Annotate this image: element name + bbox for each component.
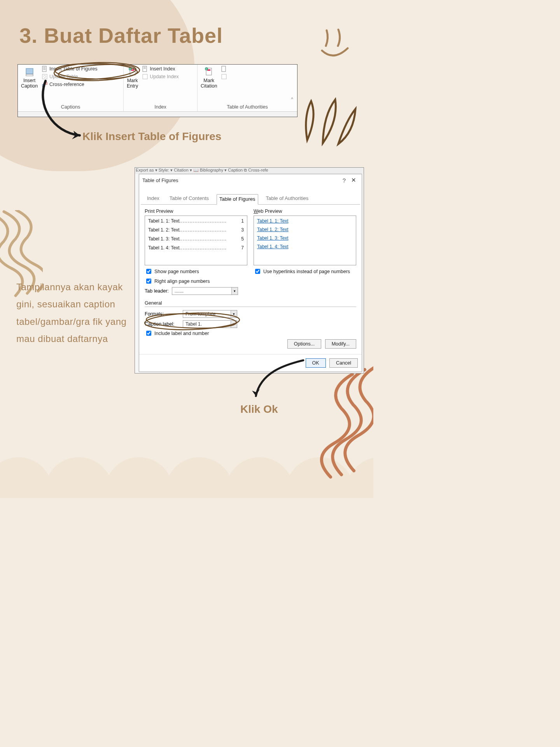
modify-button[interactable]: Modify... <box>325 339 356 349</box>
general-heading: General <box>145 300 356 307</box>
document-icon <box>221 74 227 80</box>
instruction-text: Klik Ok <box>240 403 278 416</box>
show-page-numbers-checkbox[interactable]: Show page numbers <box>145 268 247 275</box>
insert-toa-button[interactable] <box>220 65 228 72</box>
word-ribbon: Insert Caption Insert Table of Figures U… <box>18 64 298 117</box>
cross-reference-button[interactable]: Cross-reference <box>41 81 98 88</box>
use-hyperlinks-checkbox[interactable]: Use hyperlinks instead of page numbers <box>254 268 356 275</box>
group-label: Table of Authorities <box>200 103 295 111</box>
svg-rect-1 <box>26 74 33 76</box>
web-preview-link: Tabel 1. 3: Text <box>257 235 353 241</box>
ok-button[interactable]: OK <box>306 358 326 368</box>
formats-label: Formats: <box>145 311 180 317</box>
help-icon[interactable]: ? <box>340 177 349 184</box>
caption-label-combo[interactable]: Tabel 1.▾ <box>183 320 237 328</box>
mark-entry-button[interactable]: + Mark Entry <box>126 65 139 90</box>
svg-rect-2 <box>42 66 46 72</box>
web-preview-link: Tabel 1. 1: Text <box>257 218 353 224</box>
svg-rect-6 <box>42 74 47 79</box>
options-button[interactable]: Options... <box>287 339 322 349</box>
insert-table-of-figures-button[interactable]: Insert Table of Figures <box>41 65 98 72</box>
tab-toa[interactable]: Table of Authorities <box>264 194 311 204</box>
svg-rect-8 <box>42 84 45 87</box>
refresh-icon <box>42 74 48 80</box>
close-icon[interactable]: ✕ <box>349 177 359 184</box>
insert-index-button[interactable]: Insert Index <box>141 65 179 72</box>
document-icon <box>221 66 227 72</box>
cross-ref-icon <box>42 81 48 88</box>
print-preview-box: Tabel 1. 1: Text .......................… <box>145 216 247 265</box>
web-preview-link: Tabel 1. 4: Text <box>257 244 353 249</box>
refresh-icon <box>142 74 148 80</box>
caption-label-label: Caption label: <box>145 321 180 327</box>
chevron-down-icon[interactable]: ▾ <box>231 310 237 317</box>
web-preview-link: Tabel 1. 2: Text <box>257 227 353 232</box>
formats-combo[interactable]: From template▾ <box>183 310 237 318</box>
insert-caption-button[interactable]: Insert Caption <box>20 65 38 90</box>
update-table-button[interactable]: Update Table <box>41 73 98 80</box>
web-preview-heading: Web Preview <box>254 209 356 214</box>
cancel-button[interactable]: Cancel <box>329 358 358 368</box>
svg-rect-22 <box>222 74 226 79</box>
group-label: Captions <box>20 103 121 111</box>
right-align-checkbox[interactable]: Right align page numbers <box>145 277 247 285</box>
document-icon <box>42 66 48 72</box>
squiggle-icon <box>319 366 373 482</box>
smiley-icon <box>319 27 354 62</box>
leaves-icon <box>299 97 358 148</box>
mark-citation-button[interactable]: + Mark Citation <box>200 65 218 90</box>
svg-rect-7 <box>45 82 47 84</box>
update-index-button[interactable]: Update Index <box>141 73 179 80</box>
tab-toc[interactable]: Table of Contents <box>167 194 211 204</box>
page-title: 3. Buat Daftar Tabel <box>19 23 223 47</box>
update-toa-button[interactable] <box>220 73 228 80</box>
chevron-down-icon[interactable]: ▾ <box>231 288 238 295</box>
table-of-figures-dialog: Table of Figures ? ✕ Index Table of Cont… <box>139 174 362 372</box>
document-icon <box>142 66 148 72</box>
scallop-decor <box>0 428 373 498</box>
web-preview-box: Tabel 1. 1: Text Tabel 1. 2: Text Tabel … <box>254 216 356 265</box>
svg-rect-21 <box>222 66 226 72</box>
dialog-title: Table of Figures <box>142 177 340 183</box>
svg-text:+: + <box>206 68 207 70</box>
body-text: Tampilannya akan kayak gini, sesuaikan c… <box>16 279 133 348</box>
svg-rect-16 <box>143 74 147 79</box>
collapse-ribbon-icon[interactable]: ^ <box>289 95 295 103</box>
include-label-number-checkbox[interactable]: Include label and number <box>145 330 356 337</box>
instruction-text: Klik Insert Table of Figures <box>82 130 221 143</box>
svg-text:+: + <box>129 68 131 70</box>
tab-tof[interactable]: Table of Figures <box>217 194 258 205</box>
svg-rect-13 <box>143 66 147 72</box>
tab-leader-combo[interactable]: .......▾ <box>172 287 238 295</box>
word-toolbar-strip: Export as ▾ Style: ▾ Citation ▾ 📖 Biblio… <box>135 168 364 174</box>
tab-leader-label: Tab leader: <box>145 288 169 294</box>
chevron-down-icon[interactable]: ▾ <box>231 321 237 328</box>
print-preview-heading: Print Preview <box>145 209 247 214</box>
group-label: Index <box>126 103 195 111</box>
svg-rect-0 <box>26 68 33 74</box>
tab-index[interactable]: Index <box>145 194 162 204</box>
